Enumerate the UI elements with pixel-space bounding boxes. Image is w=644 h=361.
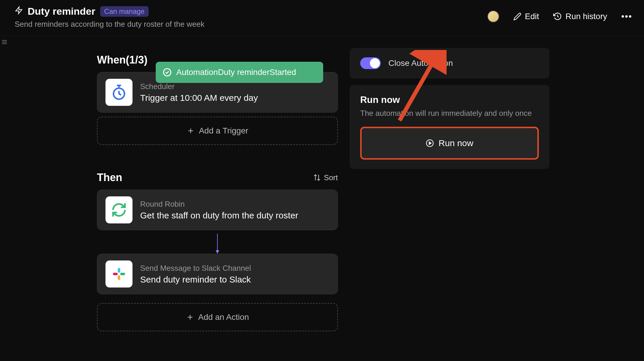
page-subtitle: Send reminders according to the duty ros… (15, 20, 204, 29)
then-title: Then (97, 171, 122, 184)
edit-button[interactable]: Edit (513, 12, 539, 21)
plus-icon (187, 127, 195, 135)
page-title: Duty reminder (28, 6, 95, 17)
add-trigger-button[interactable]: Add a Trigger (97, 117, 338, 145)
sort-label: Sort (324, 173, 338, 182)
pencil-icon (513, 12, 521, 21)
add-action-label: Add an Action (198, 312, 249, 322)
success-toast: AutomationDuty reminderStarted (156, 62, 323, 83)
sidebar-toggle-icon[interactable] (1, 38, 8, 47)
action-label: Round Robin (140, 200, 298, 209)
edit-label: Edit (525, 12, 539, 21)
check-circle-icon (163, 68, 172, 77)
svg-rect-10 (120, 273, 125, 275)
trigger-label: Scheduler (140, 82, 258, 91)
add-trigger-label: Add a Trigger (199, 126, 248, 136)
sort-icon (313, 174, 321, 181)
add-action-button[interactable]: Add an Action (97, 303, 338, 331)
svg-marker-16 (429, 142, 431, 144)
run-now-button[interactable]: Run now (360, 127, 539, 160)
run-now-panel: Run now The automation will run immediat… (350, 85, 549, 169)
history-icon (553, 12, 562, 21)
svg-rect-12 (113, 273, 118, 275)
page-header: Duty reminder Can manage Send reminders … (0, 0, 644, 36)
run-history-label: Run history (566, 12, 607, 21)
when-title: When(1/3) (97, 54, 147, 66)
toggle-label: Close Automation (388, 59, 453, 68)
play-circle-icon (426, 139, 434, 147)
trigger-desc: Trigger at 10:00 AM every day (140, 93, 258, 103)
toast-text: AutomationDuty reminderStarted (176, 68, 296, 77)
action-card[interactable]: Round Robin Get the staff on duty from t… (97, 190, 338, 230)
avatar[interactable] (487, 11, 499, 22)
plus-icon (186, 313, 194, 321)
automation-toggle-panel: Close Automation (350, 48, 549, 78)
run-history-button[interactable]: Run history (553, 12, 607, 21)
action-card[interactable]: Send Message to Slack Channel Send duty … (97, 254, 338, 294)
slack-icon (105, 260, 133, 288)
round-robin-icon (105, 196, 133, 223)
svg-rect-11 (118, 275, 120, 280)
permission-badge[interactable]: Can manage (100, 6, 149, 17)
run-now-label: Run now (439, 138, 473, 148)
svg-rect-9 (118, 268, 120, 273)
action-desc: Get the staff on duty from the duty rost… (140, 210, 298, 220)
svg-marker-8 (216, 250, 219, 254)
sort-button[interactable]: Sort (313, 173, 338, 182)
run-now-title: Run now (360, 94, 539, 105)
action-desc: Send duty reminder to Slack (140, 275, 251, 285)
bolt-icon (15, 5, 23, 17)
scheduler-icon (105, 79, 133, 106)
more-menu-button[interactable]: ••• (621, 11, 632, 21)
automation-toggle[interactable] (360, 57, 381, 69)
flow-connector (97, 234, 338, 254)
action-label: Send Message to Slack Channel (140, 264, 251, 273)
run-now-subtitle: The automation will run immediately and … (360, 109, 539, 118)
svg-marker-0 (16, 7, 22, 14)
